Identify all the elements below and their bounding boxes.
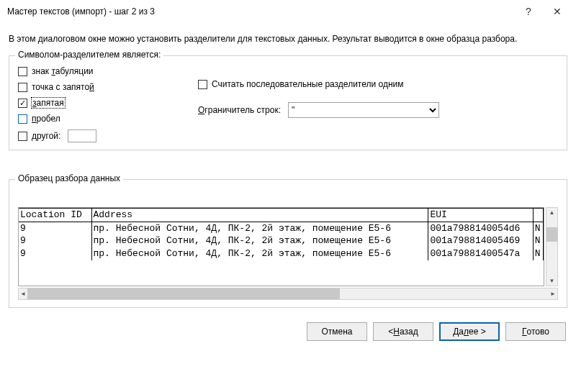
checkbox-tab[interactable]: знак табуляции (18, 66, 198, 76)
window-title: Мастер текстов (импорт) - шаг 2 из 3 (7, 6, 514, 17)
scroll-thumb[interactable] (27, 288, 340, 299)
checkbox-other[interactable]: другой: (18, 129, 198, 142)
checkbox-icon (18, 67, 27, 76)
table-row: 9 пр. Небесной Сотни, 4Д, ПК-2, 2й этаж,… (19, 234, 544, 247)
description-text: В этом диалоговом окне можно установить … (9, 33, 567, 45)
checkbox-label: запятая (32, 98, 65, 108)
col-header: Location ID (19, 209, 91, 222)
checkbox-icon (198, 80, 207, 89)
checkbox-space[interactable]: пробел (18, 114, 198, 124)
preview-group: Образец разбора данных Location ID Addre… (9, 179, 567, 308)
checkbox-label: точка с запятой (32, 82, 94, 92)
other-delimiter-input[interactable] (68, 129, 96, 142)
titlebar: Мастер текстов (импорт) - шаг 2 из 3 ? ✕ (0, 0, 576, 23)
qualifier-select[interactable]: " (288, 102, 439, 118)
checkbox-icon (18, 132, 27, 141)
checkbox-consecutive[interactable]: Считать последовательные разделители одн… (198, 79, 558, 89)
table-row: 9 пр. Небесной Сотни, 4Д, ПК-2, 2й этаж,… (19, 247, 544, 260)
scroll-right-icon: ► (550, 291, 556, 297)
checkbox-semicolon[interactable]: точка с запятой (18, 82, 198, 92)
checkbox-label: Считать последовательные разделители одн… (212, 79, 404, 89)
delimiter-options: знак табуляции точка с запятой запятая п… (18, 66, 198, 142)
table-row: 9 пр. Небесной Сотни, 4Д, ПК-2, 2й этаж,… (19, 222, 544, 234)
help-button[interactable]: ? (514, 1, 543, 22)
horizontal-scrollbar[interactable]: ◄ ► (18, 288, 558, 300)
checkbox-icon (18, 83, 27, 92)
checkbox-icon (18, 99, 27, 108)
button-bar: Отмена < Назад Далее > Готово (0, 315, 576, 348)
scroll-thumb[interactable] (546, 227, 557, 242)
preview-pane: Location ID Address EUI 9 пр. Небесной С… (18, 207, 544, 286)
qualifier-label: Ограничитель строк: (198, 105, 281, 115)
dialog-content: В этом диалоговом окне можно установить … (0, 23, 576, 315)
preview-legend: Образец разбора данных (15, 173, 123, 183)
delimiter-legend: Символом-разделителем является: (15, 50, 163, 60)
vertical-scrollbar[interactable]: ▲ ▼ (546, 207, 558, 286)
scroll-up-icon: ▲ (549, 208, 555, 217)
preview-table: Location ID Address EUI 9 пр. Небесной С… (19, 208, 544, 260)
finish-button[interactable]: Готово (505, 322, 566, 341)
text-qualifier-row: Ограничитель строк: " (198, 102, 558, 118)
close-button[interactable]: ✕ (543, 1, 572, 22)
col-header (533, 209, 543, 222)
checkbox-label: знак табуляции (32, 66, 94, 76)
next-button[interactable]: Далее > (439, 322, 500, 341)
checkbox-icon (18, 114, 27, 124)
checkbox-label: пробел (32, 114, 60, 124)
cancel-button[interactable]: Отмена (307, 322, 367, 341)
table-header-row: Location ID Address EUI (19, 209, 544, 222)
scroll-left-icon: ◄ (20, 291, 26, 297)
back-button[interactable]: < Назад (373, 322, 433, 341)
delimiter-group: Символом-разделителем является: знак таб… (9, 55, 567, 150)
checkbox-label: другой: (32, 131, 60, 141)
col-header: Address (91, 209, 428, 222)
checkbox-comma[interactable]: запятая (18, 98, 198, 108)
scroll-down-icon: ▼ (549, 276, 555, 286)
col-header: EUI (428, 209, 533, 222)
